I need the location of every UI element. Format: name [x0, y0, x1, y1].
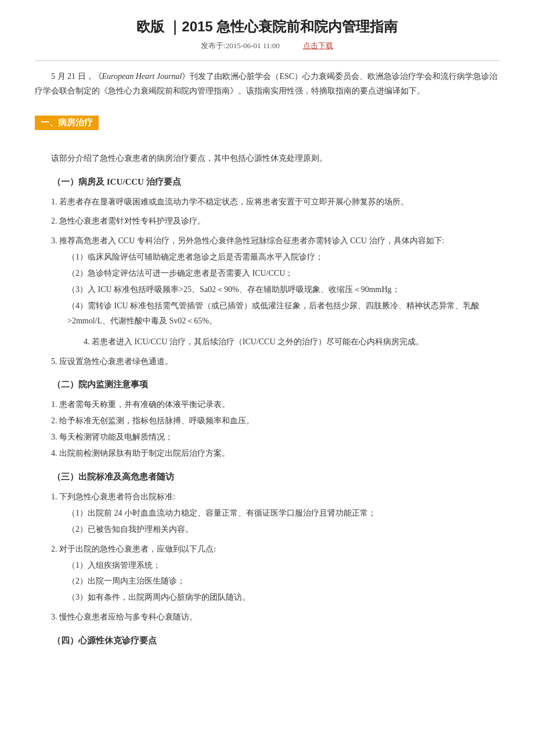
- sub-list-item: （3）入 ICU 标准包括呼吸频率>25、Sa02＜90%、存在辅助肌呼吸现象、…: [35, 282, 499, 297]
- item-text: 推荐高危患者入 CCU 专科治疗，另外急性心衰伴急性冠脉综合征患者亦需转诊入 C…: [59, 236, 444, 245]
- list-item: 3. 慢性心衰患者应给与多专科心衰随访。: [35, 610, 499, 625]
- item-text: 2.: [51, 416, 57, 425]
- journal-name: European Heart Journal: [102, 72, 182, 81]
- download-link[interactable]: 点击下载: [303, 41, 333, 51]
- item-num: 3.: [51, 613, 57, 621]
- item-text: 4.: [51, 449, 57, 458]
- sub-list-item: （2）出院一周内主治医生随诊；: [35, 574, 499, 589]
- item-text: 1.: [51, 400, 57, 409]
- sub-list-item: （2）急诊特定评估法可进一步确定患者是否需要入 ICU/CCU；: [35, 266, 499, 281]
- sub-list-item: （3）如有条件，出院两周内心脏病学的团队随访。: [35, 590, 499, 605]
- list-item: 2. 急性心衰患者需针对性专科护理及诊疗。: [35, 214, 499, 229]
- subsection2-title: （二）院内监测注意事项: [35, 379, 499, 390]
- subsection1-title: （一）病房及 ICU/CCU 治疗要点: [35, 177, 499, 188]
- item-num: 4.: [84, 337, 90, 346]
- sub-list-item: （1）入组疾病管理系统；: [35, 558, 499, 573]
- item-num: 2.: [51, 545, 57, 553]
- item-num: 1.: [51, 492, 57, 501]
- item-text: 给予标准无创监测，指标包括脉搏、呼吸频率和血压。: [59, 416, 254, 425]
- list-item: 1. 患者需每天称重，并有准确的体液平衡记录表。: [35, 397, 499, 412]
- section1-intro: 该部分介绍了急性心衰患者的病房治疗要点，其中包括心源性休克处理原则。: [35, 151, 499, 165]
- item-text: 3.: [51, 433, 57, 441]
- subsection1-list: 1. 若患者存在显著呼吸困难或血流动力学不稳定状态，应将患者安置于可立即开展心肺…: [35, 195, 499, 369]
- subsection2-list: 1. 患者需每天称重，并有准确的体液平衡记录表。 2. 给予标准无创监测，指标包…: [35, 397, 499, 461]
- item-text: 慢性心衰患者应给与多专科心衰随访。: [59, 613, 197, 621]
- item-text: 应设置急性心衰患者绿色通道。: [59, 357, 173, 366]
- item-text: 急性心衰患者需针对性专科护理及诊疗。: [59, 217, 205, 225]
- item-text: 出院前检测钠尿肽有助于制定出院后治疗方案。: [59, 449, 230, 458]
- sub-list-item: （4）需转诊 ICU 标准包括需气管插管（或已插管）或低灌注征象，后者包括少尿、…: [35, 298, 499, 329]
- list-item: 3. 每天检测肾功能及电解质情况；: [35, 430, 499, 445]
- list-item: 4. 出院前检测钠尿肽有助于制定出院后治疗方案。: [35, 446, 499, 461]
- section1-title: 一、病房治疗: [35, 116, 99, 130]
- list-item: 1. 若患者存在显著呼吸困难或血流动力学不稳定状态，应将患者安置于可立即开展心肺…: [35, 195, 499, 210]
- intro-paragraph: 5 月 21 日，《European Heart Journal》刊发了由欧洲心…: [35, 69, 499, 98]
- item-text: 每天检测肾功能及电解质情况；: [59, 433, 173, 441]
- item-num: 3.: [51, 236, 57, 245]
- page-title: 欧版 ｜2015 急性心衰院前和院内管理指南: [35, 17, 499, 36]
- item-text: 患者需每天称重，并有准确的体液平衡记录表。: [59, 400, 230, 409]
- item-num: 1.: [51, 197, 57, 206]
- item-text: 若患者进入 ICU/CCU 治疗，其后续治疗（ICU/CCU 之外的治疗）尽可能…: [92, 337, 424, 346]
- header-divider: [35, 60, 499, 61]
- list-item: 1. 下列急性心衰患者符合出院标准:: [35, 489, 499, 505]
- subsection3-list: 1. 下列急性心衰患者符合出院标准: （1）出院前 24 小时血血流动力稳定、容…: [35, 489, 499, 625]
- item-num: 2.: [51, 217, 57, 225]
- list-item: 2. 给予标准无创监测，指标包括脉搏、呼吸频率和血压。: [35, 413, 499, 429]
- item-num: 5.: [51, 357, 57, 366]
- item-text: 对于出院的急性心衰患者，应做到以下几点:: [59, 545, 216, 553]
- publish-date: 发布于:2015-06-01 11:00: [201, 41, 280, 51]
- item-text: 下列急性心衰患者符合出院标准:: [59, 492, 175, 501]
- subsection4-title: （四）心源性休克诊疗要点: [35, 635, 499, 646]
- item-text: 若患者存在显著呼吸困难或血流动力学不稳定状态，应将患者安置于可立即开展心肺复苏的…: [59, 197, 409, 206]
- list-item: 2. 对于出院的急性心衰患者，应做到以下几点:: [35, 542, 499, 557]
- sub-list-item: （2）已被告知自我护理相关内容。: [35, 522, 499, 537]
- sub-list-item: （1）临床风险评估可辅助确定患者急诊之后是否需最高水平入院诊疗；: [35, 250, 499, 265]
- sub-list-item: （1）出院前 24 小时血血流动力稳定、容量正常、有循证医学口服治疗且肾功能正常…: [35, 506, 499, 521]
- list-item: 5. 应设置急性心衰患者绿色通道。: [35, 354, 499, 369]
- list-item: 4. 若患者进入 ICU/CCU 治疗，其后续治疗（ICU/CCU 之外的治疗）…: [35, 334, 499, 350]
- subsection3-title: （三）出院标准及高危患者随访: [35, 471, 499, 483]
- list-item: 3. 推荐高危患者入 CCU 专科治疗，另外急性心衰伴急性冠脉综合征患者亦需转诊…: [35, 233, 499, 249]
